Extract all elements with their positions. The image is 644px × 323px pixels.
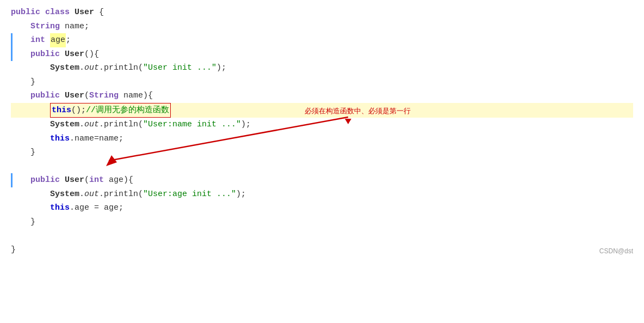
code-block: public class User { String name; int age… bbox=[0, 0, 644, 262]
left-border-indicator-2 bbox=[11, 47, 13, 62]
code-line-11: } bbox=[11, 145, 633, 160]
left-border-indicator bbox=[11, 33, 13, 47]
code-line-13: public User(int age){ bbox=[11, 173, 633, 187]
code-line-16: } bbox=[11, 215, 633, 229]
code-line-12 bbox=[11, 160, 633, 174]
annotation-text: 必须在构造函数中、必须是第一行 bbox=[305, 105, 411, 117]
code-line-18: } bbox=[11, 243, 633, 257]
code-line-10: this.name=name; bbox=[11, 132, 633, 146]
this-call-box: this();//调用无参的构造函数 bbox=[50, 103, 171, 118]
code-line-6: } bbox=[11, 75, 633, 89]
watermark: CSDN@dst bbox=[599, 246, 633, 257]
code-line-2: String name; bbox=[11, 20, 633, 34]
code-line-1: public class User { bbox=[11, 5, 633, 20]
code-line-4: public User(){ bbox=[11, 47, 633, 62]
left-border-indicator-3 bbox=[11, 173, 13, 187]
code-line-14: System.out.println("User:age init ..."); bbox=[11, 187, 633, 202]
code-line-15: this.age = age; bbox=[11, 201, 633, 215]
code-line-9: System.out.println("User:name init ...")… bbox=[11, 118, 633, 132]
code-line-5: System.out.println("User init ..."); bbox=[11, 61, 633, 75]
code-line-3: int age; bbox=[11, 33, 633, 47]
code-line-7: public User(String name){ bbox=[11, 89, 633, 103]
code-line-17 bbox=[11, 229, 633, 243]
